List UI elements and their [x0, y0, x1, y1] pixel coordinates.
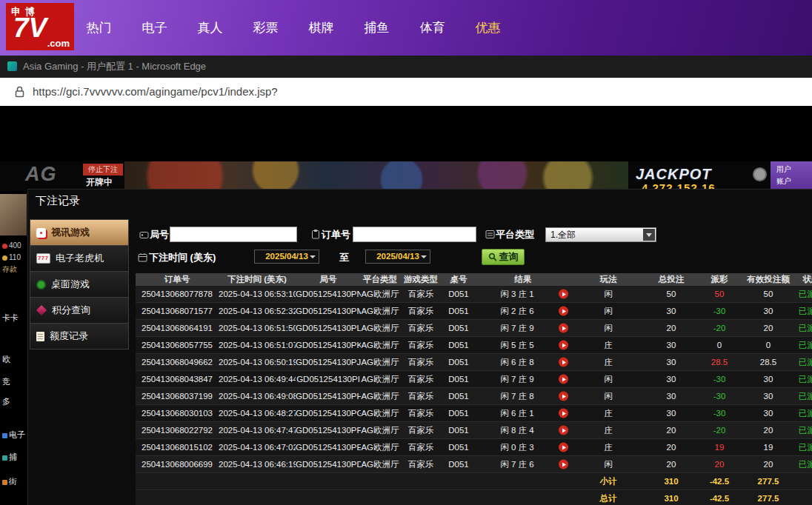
replay-button[interactable] — [559, 426, 568, 435]
col-table-no: 桌号 — [442, 273, 475, 286]
round-id-label: 局号 — [150, 227, 169, 242]
sidebar-item-fragment-arcade: 街 — [2, 476, 17, 487]
cell-result: 闲 7 庄 9 — [475, 371, 571, 388]
cell-platform: AG欧洲厅 — [361, 371, 399, 388]
cell-payout: 20 — [697, 456, 742, 473]
cell-platform: AG欧洲厅 — [361, 439, 399, 456]
replay-button[interactable] — [559, 341, 568, 350]
col-game-type: 游戏类型 — [399, 273, 442, 286]
replay-button[interactable] — [559, 375, 568, 384]
table-row: 250413068057755 2025-04-13 06:51:07 GD05… — [136, 337, 812, 354]
round-id-icon — [139, 230, 149, 243]
menu-item-table-games[interactable]: 桌面游戏 — [30, 271, 129, 298]
replay-button[interactable] — [559, 409, 568, 418]
cell-order: 250413068071577 — [136, 303, 219, 320]
cell-game-type: 百家乐 — [399, 286, 442, 303]
menu-item-slot-machines[interactable]: 777 电子老虎机 — [30, 245, 129, 272]
subtotal-payout: -42.5 — [697, 473, 742, 490]
cell-payout: 0 — [697, 337, 742, 354]
order-id-input[interactable] — [353, 227, 476, 242]
cell-time: 2025-04-13 06:53:10 — [219, 286, 296, 303]
replay-button[interactable] — [559, 290, 568, 299]
chevron-down-icon — [643, 229, 655, 241]
cell-round: GD051254130PM — [296, 303, 361, 320]
cell-game-type: 百家乐 — [399, 439, 442, 456]
table-row: 250413068077878 2025-04-13 06:53:10 GD05… — [136, 286, 812, 303]
sidebar-item-fragment-duo: 多 — [2, 396, 10, 407]
replay-button[interactable] — [559, 460, 568, 469]
heart-icon — [2, 244, 7, 249]
nav-item-lottery[interactable]: 彩票 — [238, 19, 293, 36]
cell-result: 闲 5 庄 5 — [475, 337, 571, 354]
cell-table-no: D051 — [442, 354, 475, 371]
cell-valid: 30 — [742, 303, 795, 320]
cell-valid: 30 — [742, 371, 795, 388]
sidebar-item-fragment-slots: 电子 — [2, 429, 25, 441]
result-text: 闲 0 庄 3 — [500, 442, 545, 453]
nav-item-promotions[interactable]: 优惠 — [460, 19, 516, 36]
replay-button[interactable] — [559, 307, 568, 316]
result-text: 闲 2 庄 6 — [500, 306, 545, 317]
cell-bet: 30 — [645, 405, 697, 422]
user-info-panel: 用户 账户 — [771, 161, 812, 191]
cell-table-no: D051 — [442, 320, 475, 337]
nav-item-sports[interactable]: 体育 — [405, 19, 460, 36]
cell-table-no: D051 — [442, 405, 475, 422]
platform-type-select[interactable]: 1.全部 — [545, 227, 656, 242]
cell-play: 闲 — [571, 286, 645, 303]
cell-result: 闲 7 庄 9 — [475, 320, 571, 337]
balance-fragment: 400 — [2, 241, 21, 250]
nav-item-slots[interactable]: 电子 — [127, 19, 182, 36]
casino-background: AG 停止下注 开牌中 JACKPOT 4,272,152.16 用户 账户 — [0, 161, 812, 191]
nav-item-board-games[interactable]: 棋牌 — [293, 19, 349, 36]
menu-item-live-games[interactable]: 视讯游戏 — [30, 219, 129, 246]
cell-payout: -20 — [697, 422, 742, 439]
nav-item-fishing[interactable]: 捕鱼 — [349, 19, 405, 36]
menu-item-credit-records[interactable]: 额度记录 — [30, 323, 129, 350]
cell-play: 闲 — [571, 303, 645, 320]
result-text: 闲 7 庄 9 — [500, 323, 545, 334]
cell-payout: 19 — [697, 439, 742, 456]
cell-time: 2025-04-13 06:52:32 — [219, 303, 296, 320]
total-bet: 310 — [645, 490, 697, 505]
cell-payout: -30 — [697, 303, 742, 320]
top-nav: 申博 7V .com 热门 电子 真人 彩票 棋牌 捕鱼 体育 优惠 — [0, 0, 812, 56]
cell-game-type: 百家乐 — [399, 456, 442, 473]
menu-item-points-query[interactable]: 积分查询 — [30, 297, 129, 324]
replay-button[interactable] — [559, 324, 568, 333]
cell-result: 闲 8 庄 4 — [475, 422, 571, 439]
replay-button[interactable] — [559, 443, 568, 452]
sidebar-item-fragment-ou: 欧 — [2, 354, 10, 365]
table-header-row: 订单号 下注时间 (美东) 局号 平台类型 游戏类型 桌号 结果 玩法 总投注 … — [136, 273, 812, 286]
cell-order: 250413068043847 — [136, 371, 219, 388]
cell-bet: 30 — [645, 337, 697, 354]
arcade-mini-icon — [2, 480, 7, 485]
cell-status: 已派彩 — [795, 439, 812, 456]
round-id-input[interactable] — [170, 227, 297, 242]
search-button[interactable]: 查询 — [482, 249, 525, 265]
cell-round: GD051254130PF — [296, 422, 361, 439]
nav-item-hot[interactable]: 热门 — [71, 19, 127, 36]
brand-logo[interactable]: 申博 7V .com — [6, 3, 74, 50]
ag-logo: AG — [25, 163, 57, 186]
replay-button[interactable] — [559, 392, 568, 401]
to-label: 至 — [339, 250, 349, 265]
total-label: 总计 — [571, 490, 645, 505]
date-to-value: 2025/04/13 — [376, 252, 419, 261]
order-id-icon — [311, 229, 320, 242]
cell-order: 250413068006699 — [136, 456, 219, 473]
nav-item-live[interactable]: 真人 — [182, 19, 238, 36]
date-from-select[interactable]: 2025/04/13 — [254, 250, 319, 264]
address-bar[interactable]: https://gci.7vvvvvv.com/agingame/pcv1/in… — [0, 78, 812, 106]
total-row: 总计 310 -42.5 277.5 — [136, 490, 812, 505]
date-to-select[interactable]: 2025/04/13 — [365, 250, 430, 264]
col-platform: 平台类型 — [361, 273, 399, 286]
replay-button[interactable] — [559, 358, 568, 367]
document-icon — [36, 332, 44, 341]
cell-time: 2025-04-13 06:46:19 — [219, 456, 296, 473]
cell-platform: AG欧洲厅 — [361, 303, 399, 320]
cell-table-no: D051 — [442, 439, 475, 456]
total-valid: 277.5 — [742, 490, 795, 505]
cell-payout: -20 — [697, 320, 742, 337]
cell-status: 已派彩 — [795, 320, 812, 337]
